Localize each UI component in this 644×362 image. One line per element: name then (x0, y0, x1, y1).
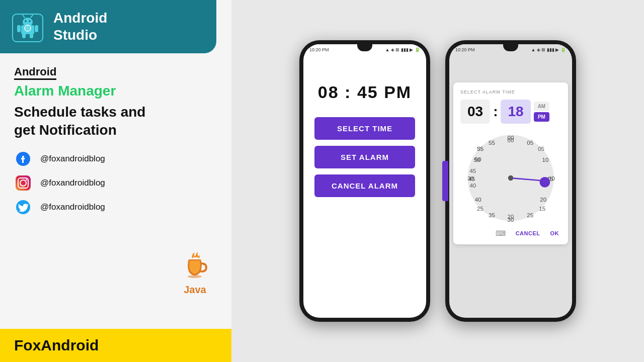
footer-bar: FoxAndroid (0, 329, 231, 362)
svg-point-3 (25, 20, 27, 22)
svg-text:45: 45 (469, 168, 476, 174)
svg-rect-10 (30, 33, 33, 38)
social-section: @foxandroidblog (14, 150, 217, 216)
svg-text:40: 40 (475, 197, 481, 203)
svg-text:50: 50 (474, 157, 480, 163)
phone1-screen: 10:20 PM ▲ ◈ ⊠ ▮▮▮ ▶ 🔋 08 : 45 PM SELECT… (303, 44, 426, 318)
svg-text:20: 20 (540, 197, 546, 203)
svg-point-4 (29, 20, 31, 22)
time-picker-ok-button[interactable]: OK (550, 230, 559, 236)
svg-text:55: 55 (477, 146, 484, 152)
select-time-button[interactable]: SELECT TIME (314, 117, 415, 140)
content-area: Android Alarm Manager Schedule tasks and… (0, 53, 231, 329)
svg-text:25: 25 (477, 206, 484, 212)
phones-area: 10:20 PM ▲ ◈ ⊠ ▮▮▮ ▶ 🔋 08 : 45 PM SELECT… (231, 0, 644, 362)
instagram-icon (14, 174, 32, 192)
cancel-alarm-button[interactable]: CANCEL ALARM (314, 174, 415, 197)
clock-face-container: 00 05 10 15 20 25 30 35 (460, 131, 561, 225)
android-label: Android (14, 65, 56, 80)
svg-point-18 (26, 179, 27, 180)
svg-text:00: 00 (508, 135, 514, 141)
time-inputs: 03 : 18 AM PM (460, 100, 561, 124)
phone1-time-display: 08 : 45 PM (318, 82, 412, 102)
am-button[interactable]: AM (534, 102, 550, 111)
phone2-icons: ▲ ◈ ⊠ ▮▮▮ ▶ 🔋 (531, 47, 566, 52)
svg-point-48 (508, 175, 513, 180)
time-picker-card: SELECT ALARM TIME 03 : 18 AM PM (453, 82, 568, 244)
svg-text:05: 05 (538, 146, 544, 152)
svg-text:55: 55 (489, 140, 495, 146)
phone1-time: 10:20 PM (309, 47, 329, 52)
clock-face[interactable]: 00 05 10 15 20 25 30 35 (463, 131, 558, 225)
java-logo: Java (181, 249, 209, 296)
phone2-time: 10:20 PM (455, 47, 475, 52)
foxandroid-label: FoxAndroid (14, 337, 217, 354)
facebook-icon (14, 150, 32, 168)
java-label: Java (181, 284, 209, 296)
svg-rect-9 (22, 33, 26, 38)
time-picker-cancel-button[interactable]: CANCEL (516, 230, 540, 236)
phone1: 10:20 PM ▲ ◈ ⊠ ▮▮▮ ▶ 🔋 08 : 45 PM SELECT… (299, 40, 430, 322)
svg-text:30: 30 (508, 217, 514, 223)
minute-box[interactable]: 18 (501, 100, 530, 124)
picker-footer: ⌨ CANCEL OK (460, 225, 561, 237)
left-panel: Android Studio Android Alarm Manager Sch… (0, 0, 231, 362)
svg-point-47 (539, 177, 550, 188)
phone2-screen: 10:20 PM ▲ ◈ ⊠ ▮▮▮ ▶ 🔋 SELECT ALARM TIME… (449, 44, 572, 318)
header-title: Android Studio (53, 10, 107, 43)
svg-text:25: 25 (527, 212, 533, 218)
keyboard-icon[interactable]: ⌨ (496, 229, 506, 237)
header-bar: Android Studio (0, 0, 216, 53)
facebook-handle: @foxandroidblog (40, 154, 105, 164)
svg-text:10: 10 (542, 157, 549, 163)
android-logo-icon (10, 9, 45, 44)
svg-point-14 (188, 275, 202, 278)
social-instagram: @foxandroidblog (14, 174, 217, 192)
instagram-handle: @foxandroidblog (40, 178, 105, 188)
alarm-manager-title: Alarm Manager (14, 83, 217, 99)
svg-text:45: 45 (468, 176, 475, 182)
social-twitter: @foxandroidblog (14, 198, 217, 216)
twitter-icon (14, 198, 32, 216)
twitter-handle: @foxandroidblog (40, 202, 105, 212)
phone1-icons: ▲ ◈ ⊠ ▮▮▮ ▶ 🔋 (385, 47, 420, 52)
ampm-selector: AM PM (534, 102, 550, 122)
hour-box[interactable]: 03 (460, 100, 490, 124)
phone1-content: 08 : 45 PM SELECT TIME SET ALARM CANCEL … (303, 52, 426, 213)
svg-text:35: 35 (489, 212, 495, 218)
svg-text:40: 40 (469, 183, 476, 189)
time-colon: : (493, 104, 498, 120)
picker-title: SELECT ALARM TIME (460, 89, 561, 95)
svg-text:15: 15 (539, 206, 545, 212)
phone2-side-accent (442, 161, 448, 201)
java-cup-icon (181, 249, 209, 282)
schedule-text: Schedule tasks and get Notification (14, 103, 217, 140)
svg-rect-8 (35, 25, 38, 32)
pm-button[interactable]: PM (534, 112, 550, 122)
set-alarm-button[interactable]: SET ALARM (314, 146, 415, 168)
svg-text:05: 05 (527, 140, 533, 146)
phone2: 10:20 PM ▲ ◈ ⊠ ▮▮▮ ▶ 🔋 SELECT ALARM TIME… (445, 40, 576, 322)
svg-rect-7 (17, 25, 21, 32)
social-facebook: @foxandroidblog (14, 150, 217, 168)
